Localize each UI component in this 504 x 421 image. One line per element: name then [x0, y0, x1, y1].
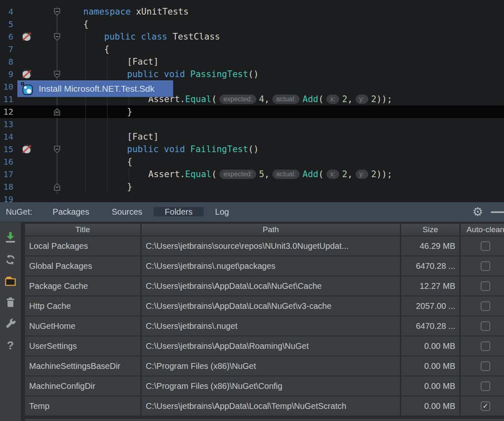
code-line[interactable]: 18} [0, 180, 504, 193]
folder-icon[interactable] [5, 276, 16, 287]
code-line[interactable]: 19 [0, 193, 504, 202]
auto-clean-checkbox[interactable] [481, 281, 490, 291]
quick-fix-label: Install Microsoft.NET.Test.Sdk [39, 84, 155, 94]
line-number[interactable]: 16 [0, 155, 13, 168]
cell-size: 0.00 MB [401, 336, 459, 356]
table-row[interactable]: MachineSettingsBaseDirC:\Program Files (… [25, 356, 504, 376]
table-row[interactable]: MachineConfigDirC:\Program Files (x86)\N… [25, 376, 504, 396]
code-line[interactable]: 9public void PassingTest() [0, 68, 504, 80]
auto-clean-checkbox[interactable] [481, 361, 490, 371]
tab-sources[interactable]: Sources [100, 207, 153, 216]
auto-clean-checkbox[interactable] [481, 261, 490, 271]
quick-fix-popup[interactable]: Install Microsoft.NET.Test.Sdk [17, 80, 173, 97]
cell-title: Global Packages [25, 256, 140, 276]
table-row[interactable]: Local PackagesC:\Users\jetbrains\source\… [25, 236, 504, 256]
parameter-hint: y: [356, 170, 368, 179]
cell-title: Temp [25, 396, 140, 416]
line-number[interactable]: 9 [0, 68, 13, 80]
table-header-row: TitlePathSizeAuto-clean [25, 224, 504, 236]
code-line[interactable]: 8[Fact] [0, 55, 504, 68]
refresh-icon[interactable] [5, 254, 16, 266]
cell-title: MachineConfigDir [25, 376, 140, 396]
fold-collapse-icon[interactable] [54, 145, 60, 155]
cell-auto-clean [461, 276, 504, 296]
table-row[interactable]: UserSettingsC:\Users\jetbrains\AppData\R… [25, 336, 504, 356]
wrench-settings-icon[interactable] [5, 318, 16, 330]
column-header-title[interactable]: Title [25, 224, 140, 236]
parameter-hint: x: [327, 95, 339, 104]
line-number[interactable]: 4 [0, 5, 13, 18]
code-line[interactable]: 5{ [0, 18, 504, 30]
line-number[interactable]: 17 [0, 168, 13, 180]
fold-collapse-icon[interactable] [54, 33, 60, 43]
settings-gear-icon[interactable]: ⚙ [468, 202, 487, 222]
line-number[interactable]: 7 [0, 43, 13, 55]
auto-clean-checkbox[interactable] [481, 341, 490, 351]
folders-table: TitlePathSizeAuto-clean Local PackagesC:… [25, 224, 504, 416]
cell-auto-clean [461, 296, 504, 316]
code-line[interactable]: 12} [0, 105, 504, 118]
code-line[interactable]: 13 [0, 118, 504, 130]
code-line[interactable]: 16{ [0, 155, 504, 168]
cell-path: C:\Users\jetbrains\AppData\Local\Temp\Nu… [142, 396, 400, 416]
indent-guide [129, 168, 129, 180]
table-row[interactable]: Global PackagesC:\Users\jetbrains\.nuget… [25, 256, 504, 276]
ide-window: 4namespace xUnitTests5{6public class Tes… [0, 0, 504, 421]
line-number[interactable]: 8 [0, 55, 13, 68]
column-header-auto-clean[interactable]: Auto-clean [461, 224, 504, 236]
auto-clean-checkbox[interactable] [481, 381, 490, 391]
table-row[interactable]: NuGetHomeC:\Users\jetbrains\.nuget6470.2… [25, 316, 504, 336]
table-row[interactable]: Http CacheC:\Users\jetbrains\AppData\Loc… [25, 296, 504, 316]
cell-auto-clean [461, 376, 504, 396]
table-row[interactable]: Package CacheC:\Users\jetbrains\AppData\… [25, 276, 504, 296]
code-line[interactable]: 17Assert.Equal(expected:5,actual:Add(x:2… [0, 168, 504, 180]
cell-size: 12.27 MB [401, 276, 459, 296]
download-icon[interactable] [5, 231, 16, 243]
auto-clean-checkbox[interactable] [481, 321, 490, 331]
parameter-hint: actual: [272, 170, 299, 179]
tab-packages[interactable]: Packages [41, 207, 100, 216]
column-header-size[interactable]: Size [401, 224, 459, 236]
table-row[interactable]: TempC:\Users\jetbrains\AppData\Local\Tem… [25, 396, 504, 416]
fold-end-icon[interactable] [54, 108, 60, 118]
code-line[interactable]: 7{ [0, 43, 504, 55]
cell-size: 6470.28 ... [401, 316, 459, 336]
fold-end-icon[interactable] [54, 183, 60, 193]
line-number[interactable]: 13 [0, 118, 13, 130]
code-line[interactable]: 4namespace xUnitTests [0, 5, 504, 18]
cell-auto-clean [461, 336, 504, 356]
fold-collapse-icon[interactable] [54, 8, 60, 18]
line-number[interactable]: 15 [0, 143, 13, 155]
test-marker-icon[interactable] [22, 145, 31, 153]
line-number[interactable]: 11 [0, 93, 13, 105]
delete-trash-icon[interactable] [5, 296, 16, 308]
auto-clean-checkbox[interactable] [481, 241, 490, 251]
code-line[interactable]: 15public void FailingTest() [0, 143, 504, 155]
test-marker-icon[interactable] [22, 70, 31, 78]
parameter-hint: y: [356, 95, 368, 104]
line-number[interactable]: 5 [0, 18, 13, 30]
code-line[interactable]: 14[Fact] [0, 130, 504, 143]
fold-collapse-icon[interactable] [54, 70, 60, 80]
test-marker-icon[interactable] [22, 32, 31, 41]
code-line[interactable]: 6public class TestClass [0, 30, 504, 43]
auto-clean-checkbox[interactable] [481, 301, 490, 311]
auto-clean-checkbox[interactable]: ✓ [481, 401, 490, 411]
cell-path: C:\Users\jetbrains\AppData\Local\NuGet\v… [142, 296, 400, 316]
cell-auto-clean [461, 236, 504, 256]
line-number[interactable]: 19 [0, 193, 13, 202]
help-icon[interactable]: ? [5, 340, 16, 351]
code-editor[interactable]: 4namespace xUnitTests5{6public class Tes… [0, 0, 504, 202]
line-number[interactable]: 10 [0, 80, 13, 93]
parameter-hint: actual: [272, 95, 299, 104]
tab-folders[interactable]: Folders [154, 207, 204, 216]
minimize-button[interactable] [487, 202, 504, 222]
cell-auto-clean [461, 316, 504, 336]
line-number[interactable]: 14 [0, 130, 13, 143]
nuget-toolwindow-header: NuGet: PackagesSourcesFoldersLog ⚙ [0, 202, 504, 222]
column-header-path[interactable]: Path [142, 224, 400, 236]
tab-log[interactable]: Log [204, 207, 240, 216]
line-number[interactable]: 12 [0, 105, 13, 118]
line-number[interactable]: 18 [0, 180, 13, 193]
line-number[interactable]: 6 [0, 30, 13, 43]
